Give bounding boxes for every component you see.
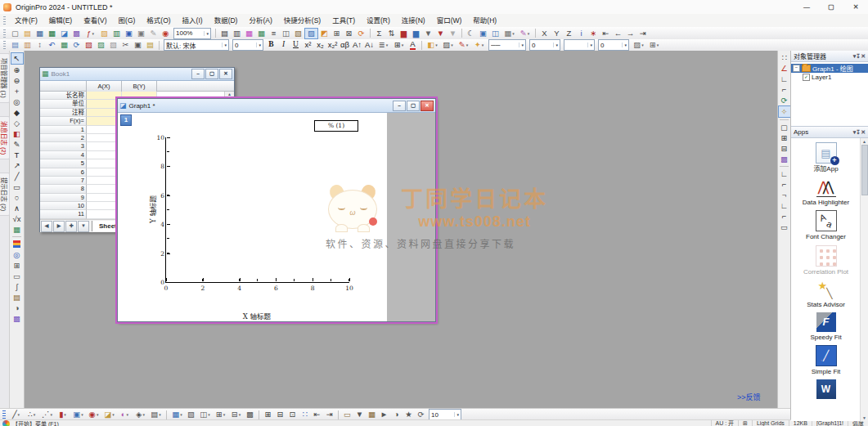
collapsed-panel-tab[interactable]: 消息日志 (2) <box>0 116 10 159</box>
pointer-tool-icon[interactable]: ↖ <box>11 52 24 65</box>
hatch-pattern-icon[interactable]: ▨ <box>631 40 646 50</box>
script-window-icon[interactable]: ⊞ <box>331 29 343 38</box>
scroll-down-icon[interactable]: ▼ <box>861 415 868 420</box>
mask-points-icon[interactable]: ◧ <box>11 128 23 139</box>
align-right-icon[interactable]: ⇥ <box>323 410 335 419</box>
chevron-down-icon[interactable]: ▾ <box>256 43 261 47</box>
graph1-title-bar[interactable]: ◪ Graph1 * –▢✕ <box>118 99 435 113</box>
object-edit-icon[interactable]: ▭ <box>11 271 23 281</box>
panel-close-icon[interactable]: ✕ <box>861 129 866 136</box>
decrease-font-button[interactable]: A↓ <box>363 40 376 50</box>
row-header[interactable]: 6 <box>40 168 87 177</box>
move-left-icon[interactable]: ← <box>612 29 624 38</box>
font-size-combo[interactable]: 0▾ <box>232 39 263 51</box>
row-header[interactable]: 2 <box>40 134 87 142</box>
app-speedy-fit[interactable]: Speedy Fit <box>794 308 859 341</box>
sheet-add-icon[interactable]: ✚ <box>65 221 77 232</box>
increase-font-button[interactable]: A↑ <box>351 40 363 50</box>
set-as-none-icon[interactable]: ∗ <box>587 29 600 38</box>
fill-pattern-combo[interactable]: ▾ <box>564 39 595 51</box>
line-style-combo[interactable]: ──▾ <box>488 39 526 51</box>
equation-tool-icon[interactable]: √x <box>11 213 23 224</box>
menu-item[interactable]: 分析(A) <box>243 14 277 27</box>
menu-item[interactable]: 帮助(H) <box>467 14 502 27</box>
scroll-up-icon[interactable]: ▲ <box>227 92 232 96</box>
row-header[interactable]: 1 <box>40 126 87 134</box>
circle-tool-icon[interactable]: ○ <box>11 192 23 203</box>
row-header[interactable]: 单位 <box>40 100 87 108</box>
cut-icon[interactable]: ✂ <box>119 40 132 50</box>
y-axis-title[interactable]: Y 轴标题 <box>147 186 157 232</box>
import-file-icon[interactable]: ▦ <box>58 40 70 50</box>
axes-style-6-icon[interactable]: ▭ <box>779 222 790 232</box>
single-layer-icon[interactable]: ▢ <box>779 122 790 132</box>
draw-data-icon[interactable]: ✎ <box>11 139 23 150</box>
import-wizard-icon[interactable]: ▦ <box>243 29 255 38</box>
menu-item[interactable]: 数据(D) <box>209 14 244 27</box>
date-time-stamp-icon[interactable]: ◑ <box>11 303 23 313</box>
grid-toggle-icon[interactable]: ⊞ <box>738 420 752 426</box>
menu-item[interactable]: 插入(I) <box>177 14 209 27</box>
chevron-down-icon[interactable]: ▾ <box>519 43 524 47</box>
six-panel-icon[interactable]: ⊟ <box>779 143 790 154</box>
fill-color-icon[interactable]: ◧ <box>425 40 440 50</box>
apps-scrollbar[interactable]: ▲ ▼ <box>860 138 868 421</box>
digitizer-icon[interactable]: ◉ <box>160 29 172 38</box>
chevron-down-icon[interactable]: ▾ <box>222 43 227 47</box>
chevron-down-icon[interactable]: ▾ <box>204 31 209 36</box>
greek-button[interactable]: αβ <box>339 40 351 50</box>
app-correlation-plot[interactable]: Correlation Plot <box>794 241 859 276</box>
zoom-in-graph-icon[interactable]: ⊞ <box>262 410 274 419</box>
add-object-icon[interactable]: ▭ <box>341 410 353 419</box>
column-header[interactable]: A(X) <box>87 81 122 92</box>
column-properties-icon[interactable]: i <box>575 29 587 38</box>
data-selector-icon[interactable]: ◆ <box>11 107 23 118</box>
arrange-layers-icon[interactable]: ⊞ <box>213 410 228 419</box>
save-project-icon[interactable]: ▣ <box>123 29 135 38</box>
column-plot-icon[interactable]: ▮ <box>55 410 70 419</box>
axes-style-2-icon[interactable]: ⌐ <box>779 179 790 190</box>
sheet-next-icon[interactable]: ▶ <box>53 221 65 232</box>
font-family-combo[interactable]: 默认: 宋体▾ <box>164 39 229 51</box>
add-date-stamp-icon[interactable]: ◑ <box>390 410 403 419</box>
four-panel-icon[interactable]: ⊞ <box>779 132 790 143</box>
pattern-color-icon[interactable]: ▨ <box>440 40 456 50</box>
layer1-checkbox[interactable] <box>803 74 810 81</box>
smart-plot-icon[interactable]: ✧ <box>778 105 791 118</box>
selection-on-plot-icon[interactable]: ◇ <box>11 118 23 128</box>
row-header[interactable]: 9 <box>40 194 87 202</box>
unmask-range-icon[interactable]: ▨ <box>95 40 107 50</box>
add-table-icon[interactable]: ▦ <box>366 410 378 419</box>
row-header[interactable]: 注释 <box>40 109 87 117</box>
menu-item[interactable]: 窗口(W) <box>431 14 468 27</box>
graph-page[interactable]: 1 % (1) 0246810 1086420 X 轴标题 Y 轴标题 <box>118 113 387 321</box>
format-painter-icon[interactable]: ✎ <box>517 29 533 38</box>
toolbar-grip[interactable] <box>2 410 6 419</box>
dark-mode-icon[interactable]: ☾ <box>465 29 477 38</box>
axes-style-5-icon[interactable]: ⌐ <box>779 211 790 222</box>
image-plot-icon[interactable]: ▣ <box>70 410 86 419</box>
insert-word-table-icon[interactable]: ▤ <box>11 292 23 303</box>
tree-item-layer1[interactable]: Layer1 <box>791 73 868 82</box>
insert-equation-icon[interactable]: ∫ <box>11 281 23 292</box>
rotate-tool-icon[interactable]: ⟳ <box>779 95 790 105</box>
menu-item[interactable]: 快捷分析(S) <box>278 14 326 27</box>
command-window-icon[interactable]: ⊠ <box>343 29 355 38</box>
collapsed-panel-tab[interactable]: 项目管理器 (1) <box>0 53 10 103</box>
screen-reader-icon[interactable]: + <box>11 86 23 96</box>
reimport-icon[interactable]: ⟳ <box>70 40 83 50</box>
x-axis-title[interactable]: X 轴标题 <box>165 311 349 321</box>
new-matrix-icon[interactable]: ▩ <box>70 29 83 38</box>
save-template-icon[interactable]: ▣ <box>135 29 147 38</box>
toolbar-grip[interactable] <box>3 41 6 49</box>
whole-page-view-icon[interactable]: ⊡ <box>286 410 299 419</box>
tree-item-graph1[interactable]: Graph1 - 绘图 <box>791 64 868 73</box>
axes-style-4-icon[interactable]: ∟ <box>779 200 790 211</box>
line-symbol-plot-icon[interactable]: ⋰ <box>39 410 55 419</box>
menu-item[interactable]: 设置(R) <box>361 14 396 27</box>
toolbar-grip[interactable] <box>3 29 6 38</box>
sheet-prev-icon[interactable]: ◀ <box>41 221 52 232</box>
new-workbook-icon[interactable]: ▦ <box>34 29 46 38</box>
toggle-mask-icon[interactable]: ▧ <box>107 40 119 50</box>
supersubscript-button[interactable]: x₂² <box>326 40 339 50</box>
